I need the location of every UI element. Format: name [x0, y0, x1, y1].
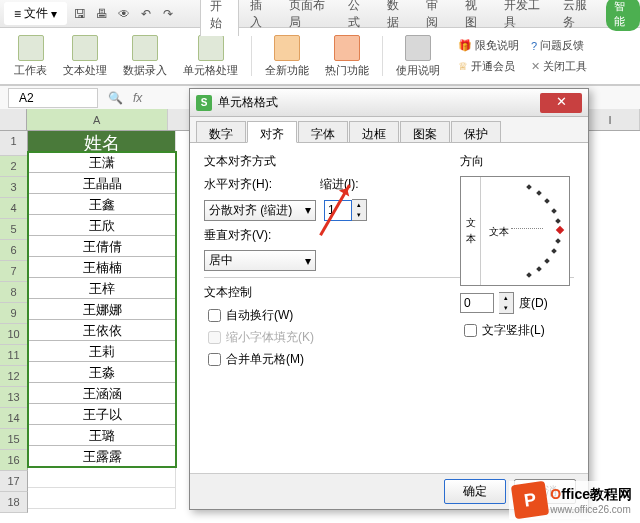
tab-data[interactable]: 数据 — [378, 0, 415, 35]
row-header[interactable]: 3 — [0, 177, 28, 198]
dialog-titlebar[interactable]: S 单元格格式 ✕ — [190, 89, 588, 117]
row-header[interactable]: 5 — [0, 219, 28, 240]
tab-smart[interactable]: 智能 — [606, 0, 640, 31]
tab-layout[interactable]: 页面布局 — [280, 0, 336, 35]
h-align-label: 水平对齐(H): — [204, 176, 274, 193]
cell[interactable]: 王淼 — [28, 362, 176, 383]
row-header[interactable]: 15 — [0, 429, 28, 450]
cell[interactable]: 王晶晶 — [28, 173, 176, 194]
ribbon-cell-label: 单元格处理 — [183, 63, 238, 78]
select-all-corner[interactable] — [0, 109, 27, 130]
merge-checkbox[interactable]: 合并单元格(M) — [204, 351, 574, 368]
ribbon-cell[interactable]: 单元格处理 — [177, 33, 244, 80]
v-align-label: 垂直对齐(V): — [204, 227, 274, 244]
ribbon-worksheet[interactable]: 工作表 — [8, 33, 53, 80]
text-icon — [72, 35, 98, 61]
orientation-handle[interactable] — [556, 226, 564, 234]
merge-input[interactable] — [208, 353, 221, 366]
wrap-input[interactable] — [208, 309, 221, 322]
row-header[interactable]: 17 — [0, 471, 28, 492]
cell[interactable] — [28, 467, 176, 488]
v-align-combo[interactable]: 居中 ▾ — [204, 250, 316, 271]
ribbon-text[interactable]: 文本处理 — [57, 33, 113, 80]
row-header[interactable]: 9 — [0, 303, 28, 324]
cell[interactable]: 王潇 — [28, 152, 176, 173]
cell[interactable]: 王涵涵 — [28, 383, 176, 404]
link-free[interactable]: 🎁限免说明 — [454, 36, 523, 55]
tab-dev[interactable]: 开发工具 — [495, 0, 551, 35]
tab-number[interactable]: 数字 — [196, 121, 246, 142]
row-header[interactable]: 16 — [0, 450, 28, 471]
ribbon-new[interactable]: 全新功能 — [259, 33, 315, 80]
cell[interactable]: 王倩倩 — [28, 236, 176, 257]
gift-icon: 🎁 — [458, 39, 472, 52]
h-align-combo[interactable]: 分散对齐 (缩进) ▾ — [204, 200, 316, 221]
row-header[interactable]: 6 — [0, 240, 28, 261]
row-header[interactable]: 4 — [0, 198, 28, 219]
orientation-preview[interactable]: 文 本 文本 — [460, 176, 570, 286]
cell[interactable]: 王鑫 — [28, 194, 176, 215]
row-header[interactable]: 1 — [0, 131, 28, 156]
row-header[interactable]: 14 — [0, 408, 28, 429]
cell[interactable]: 王娜娜 — [28, 299, 176, 320]
row-header[interactable]: 10 — [0, 324, 28, 345]
crown-icon: ♕ — [458, 60, 468, 73]
cell[interactable]: 王依依 — [28, 320, 176, 341]
row-header[interactable]: 11 — [0, 345, 28, 366]
cell[interactable]: 王梓 — [28, 278, 176, 299]
tab-view[interactable]: 视图 — [456, 0, 493, 35]
vtext2: 本 — [466, 232, 476, 246]
link-member[interactable]: ♕开通会员 — [454, 57, 523, 76]
cell[interactable]: 王欣 — [28, 215, 176, 236]
col-header-a[interactable]: A — [27, 109, 168, 130]
ribbon-help[interactable]: 使用说明 — [390, 33, 446, 80]
dialog-close-button[interactable]: ✕ — [540, 93, 582, 113]
row-header[interactable]: 2 — [0, 156, 28, 177]
cell[interactable]: 王璐 — [28, 425, 176, 446]
tab-home[interactable]: 开始 — [200, 0, 239, 36]
spin-buttons[interactable]: ▴▾ — [352, 199, 367, 221]
dialog-title: 单元格格式 — [218, 94, 534, 111]
row-header[interactable]: 7 — [0, 261, 28, 282]
degree-spin[interactable]: ▴▾ — [499, 292, 514, 314]
name-box[interactable]: A2 — [8, 88, 98, 108]
cell[interactable]: 王楠楠 — [28, 257, 176, 278]
hot-icon — [334, 35, 360, 61]
ribbon-data[interactable]: 数据录入 — [117, 33, 173, 80]
dialog-body: 文本对齐方式 水平对齐(H): 缩进(I): 分散对齐 (缩进) ▾ ▴▾ 垂直… — [190, 143, 588, 473]
tab-review[interactable]: 审阅 — [417, 0, 454, 35]
tab-font[interactable]: 字体 — [298, 121, 348, 142]
row-headers: 1 2 3 4 5 6 7 8 9 10 11 12 13 14 15 16 1… — [0, 131, 28, 513]
degree-input[interactable] — [460, 293, 494, 313]
vertical-input[interactable] — [464, 324, 477, 337]
app-icon: S — [196, 95, 212, 111]
row-header[interactable]: 12 — [0, 366, 28, 387]
tab-formula[interactable]: 公式 — [339, 0, 376, 35]
tab-align[interactable]: 对齐 — [247, 121, 297, 143]
tab-border[interactable]: 边框 — [349, 121, 399, 142]
ribbon-hot[interactable]: 热门功能 — [319, 33, 375, 80]
direction-section: 方向 文 本 文本 — [460, 153, 570, 344]
orientation-arc[interactable]: 文本 — [481, 177, 569, 285]
link-feedback[interactable]: ?问题反馈 — [527, 36, 591, 55]
vertical-text-preview[interactable]: 文 本 — [461, 177, 481, 285]
fx-icon[interactable]: fx — [133, 91, 142, 105]
col-header[interactable]: I — [581, 109, 640, 130]
cell[interactable]: 王子以 — [28, 404, 176, 425]
vertical-checkbox[interactable]: 文字竖排(L) — [460, 322, 570, 339]
tab-pattern[interactable]: 图案 — [400, 121, 450, 142]
row-header[interactable]: 18 — [0, 492, 28, 513]
data-icon — [132, 35, 158, 61]
tab-insert[interactable]: 插入 — [241, 0, 278, 35]
row-header[interactable]: 13 — [0, 387, 28, 408]
ok-button[interactable]: 确定 — [444, 479, 506, 504]
shrink-input — [208, 331, 221, 344]
cell[interactable]: 王莉 — [28, 341, 176, 362]
tab-cloud[interactable]: 云服务 — [554, 0, 601, 35]
cell[interactable] — [28, 488, 176, 509]
link-close[interactable]: ✕关闭工具 — [527, 57, 591, 76]
tab-protect[interactable]: 保护 — [451, 121, 501, 142]
row-header[interactable]: 8 — [0, 282, 28, 303]
find-icon[interactable]: 🔍 — [108, 91, 123, 105]
cell[interactable]: 王露露 — [28, 446, 176, 467]
